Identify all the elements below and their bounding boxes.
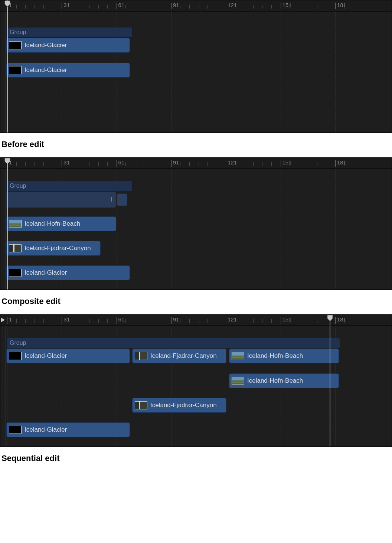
ruler-tick	[262, 162, 262, 166]
gridline	[281, 12, 281, 133]
caption-sequential: Sequential edit	[0, 447, 392, 471]
ruler-tick	[217, 162, 217, 166]
timeline-ruler[interactable]: 1316191121151181	[0, 158, 392, 169]
timeline-clip[interactable]: Iceland-Fjadrar-Canyon	[132, 349, 226, 363]
ruler-tick	[16, 319, 17, 323]
ruler-tick	[53, 319, 53, 323]
gridline	[226, 12, 226, 133]
clip-label: Iceland-Glacier	[24, 66, 67, 74]
clip-thumbnail	[9, 426, 22, 434]
gridline	[171, 12, 172, 133]
drop-marker: I	[111, 196, 112, 203]
ruler-tick	[180, 319, 180, 323]
ruler-tick	[217, 5, 217, 9]
ruler-label: 61	[118, 316, 125, 323]
ruler-tick	[171, 160, 172, 167]
ruler-tick	[253, 5, 254, 9]
ruler-tick	[144, 162, 144, 166]
clip-label: Iceland-Fjadrar-Canyon	[24, 245, 91, 252]
timeline-clip[interactable]: Iceland-Fjadrar-Canyon	[6, 241, 101, 256]
ruler-tick	[226, 3, 226, 9]
timeline-ruler[interactable]: 1316191121151181	[0, 0, 392, 12]
ruler-label: 151	[282, 316, 292, 323]
gridline	[335, 169, 336, 290]
timeline-panel: 1316191121151181GroupIIceland-Hofn-Beach…	[0, 157, 392, 290]
ruler-tick	[180, 5, 180, 9]
timeline-clip[interactable]: Iceland-Fjadrar-Canyon	[132, 398, 226, 413]
playhead[interactable]	[330, 315, 330, 446]
ruler-label: 31	[63, 2, 70, 8]
clip-label: Iceland-Glacier	[24, 352, 67, 360]
ruler-tick	[35, 162, 35, 166]
ruler-tick	[335, 3, 336, 9]
group-header[interactable]: Group	[6, 338, 340, 348]
ruler-label: 91	[173, 159, 179, 166]
timeline-panel: 1316191121151181GroupIceland-GlacierIcel…	[0, 314, 392, 447]
ruler-tick	[135, 162, 135, 166]
ruler-tick	[317, 319, 317, 323]
ruler-tick	[208, 319, 208, 323]
timeline-clip[interactable]: Iceland-Glacier	[6, 38, 130, 53]
clip-thumbnail	[9, 244, 22, 252]
ruler-label: 121	[228, 159, 237, 166]
group-label: Group	[10, 29, 26, 36]
clip-label: Iceland-Hofn-Beach	[247, 377, 303, 385]
ruler-tick	[162, 5, 162, 9]
group-label: Group	[10, 340, 26, 346]
clip-label: Iceland-Fjadrar-Canyon	[150, 352, 217, 360]
ruler-tick	[335, 160, 336, 167]
ruler-tick	[107, 5, 108, 9]
ruler-tick	[235, 319, 235, 323]
ruler-tick	[290, 5, 290, 9]
track-area[interactable]: GroupIceland-GlacierIceland-Fjadrar-Cany…	[0, 326, 392, 447]
ruler-tick	[43, 5, 44, 9]
ruler-tick	[71, 319, 71, 323]
ruler-tick	[217, 319, 217, 323]
playhead-head-icon[interactable]	[4, 158, 11, 164]
ruler-tick	[208, 5, 208, 9]
caption-before: Before edit	[0, 133, 392, 157]
track-left-edge	[6, 326, 6, 447]
ruler-label: 31	[63, 159, 70, 166]
ruler-tick	[53, 162, 53, 166]
track-area[interactable]: GroupIIceland-Hofn-BeachIceland-Fjadrar-…	[0, 169, 392, 290]
playhead-head-icon[interactable]	[327, 315, 333, 321]
ruler-label: 1	[9, 316, 12, 323]
ruler-tick	[89, 5, 89, 9]
playhead-head-icon[interactable]	[4, 0, 11, 7]
timeline-clip[interactable]: Iceland-Hofn-Beach	[6, 216, 116, 231]
ruler-label: 181	[337, 316, 346, 323]
playhead[interactable]	[7, 0, 8, 133]
track-area[interactable]: GroupIceland-GlacierIceland-Glacier	[0, 12, 392, 133]
group-header[interactable]: Group	[6, 27, 133, 37]
drop-zone[interactable]: I	[6, 192, 116, 208]
ruler-tick	[7, 317, 7, 324]
group-header[interactable]: Group	[6, 181, 133, 191]
timeline-clip[interactable]: Iceland-Glacier	[6, 63, 130, 78]
ruler-tick	[35, 319, 35, 323]
ruler-tick	[326, 5, 326, 9]
clip-thumbnail	[9, 269, 22, 277]
clip-thumbnail	[135, 352, 147, 360]
ruler-tick	[62, 3, 62, 9]
timeline-panel: 1316191121151181GroupIceland-GlacierIcel…	[0, 0, 392, 133]
ruler-tick	[16, 162, 17, 166]
timeline-clip[interactable]: Iceland-Hofn-Beach	[229, 373, 339, 388]
ruler-tick	[299, 319, 299, 323]
ruler-tick	[253, 319, 254, 323]
clip-thumbnail	[9, 41, 22, 49]
ruler-label: 91	[173, 316, 179, 323]
ruler-tick	[107, 319, 108, 323]
ruler-tick	[281, 3, 281, 9]
ruler-label: 61	[118, 159, 125, 166]
timeline-clip[interactable]: Iceland-Glacier	[6, 265, 130, 280]
ruler-tick	[43, 319, 44, 323]
playhead[interactable]	[7, 158, 8, 290]
ruler-tick	[244, 319, 244, 323]
clip-thumbnail	[9, 352, 22, 360]
timeline-clip[interactable]: Iceland-Hofn-Beach	[229, 349, 339, 363]
timeline-clip[interactable]: Iceland-Glacier	[6, 422, 130, 437]
ruler-tick	[153, 162, 153, 166]
ruler-label: 91	[173, 2, 179, 8]
timeline-clip[interactable]: Iceland-Glacier	[6, 349, 130, 363]
